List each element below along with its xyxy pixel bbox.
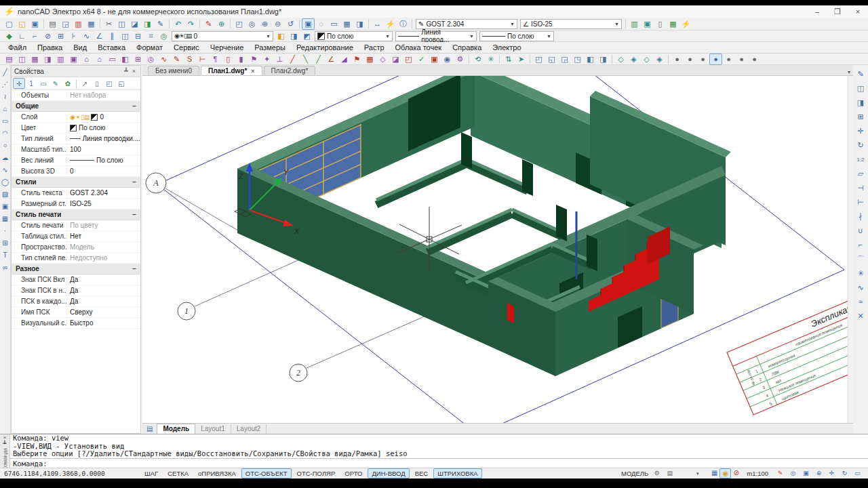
zoom-plus-icon[interactable]: ⊕ <box>812 468 825 479</box>
close-button[interactable]: × <box>848 6 868 18</box>
section-header[interactable]: Разное− <box>12 264 140 274</box>
menu-файл[interactable]: Файл <box>3 42 32 53</box>
iso-nw-icon[interactable]: ◈ <box>653 54 666 65</box>
camera-icon[interactable]: ◉ <box>441 54 454 65</box>
walk-icon[interactable]: ⇅ <box>502 54 515 65</box>
tab-close-icon[interactable]: × <box>251 68 254 75</box>
view-left-icon[interactable]: ◲ <box>558 54 571 65</box>
menu-вид[interactable]: Вид <box>68 42 92 53</box>
property-value[interactable]: Да <box>67 287 140 294</box>
view-right-icon[interactable]: ◳ <box>571 54 584 65</box>
regen-icon[interactable]: ↻ <box>838 468 851 479</box>
redo-icon[interactable]: ↷ <box>184 18 197 30</box>
scale-icon[interactable]: 1:2 <box>854 153 867 166</box>
el-table-icon[interactable]: ▦ <box>667 18 679 30</box>
doc-tab-план1dwg[interactable]: План1.dwg*× <box>201 66 262 75</box>
vs-flat-icon[interactable]: ● <box>735 54 748 65</box>
view-back-icon[interactable]: ◨ <box>597 54 610 65</box>
screen-icon[interactable]: ▭ <box>328 18 340 30</box>
panels-icon[interactable]: ▣ <box>302 18 315 30</box>
property-value[interactable]: По слою <box>67 157 140 164</box>
room-icon[interactable]: ▭ <box>106 54 119 65</box>
vs-hidden-icon[interactable]: ● <box>696 54 709 65</box>
command-close-icon[interactable]: × <box>3 434 7 441</box>
iso-ne-icon[interactable]: ◇ <box>640 54 653 65</box>
erase-icon[interactable]: ✎ <box>854 68 867 81</box>
equipment-icon[interactable]: ◎ <box>144 54 157 65</box>
spline-edit-icon[interactable]: ≈ <box>854 296 867 308</box>
status-toggle-штриховка[interactable]: ШТРИХОВКА <box>433 468 481 479</box>
ray-icon[interactable]: ⋰ <box>0 79 11 90</box>
vs-2d-icon[interactable]: ● <box>671 54 684 65</box>
copy-props-icon[interactable]: ↗ <box>79 78 91 89</box>
section-header[interactable]: Стили− <box>12 177 140 188</box>
angle-set-icon[interactable]: ∠ <box>325 54 338 65</box>
info-icon[interactable]: ⓘ <box>397 18 410 30</box>
layout-tab-layout2[interactable]: Layout2 <box>231 424 267 434</box>
polygon-icon[interactable]: ⌂ <box>0 103 11 115</box>
collapse-icon[interactable]: − <box>132 102 136 110</box>
text-icon[interactable]: T <box>0 249 11 261</box>
publish-icon[interactable]: ▦ <box>85 18 98 30</box>
view-front-icon[interactable]: ◧ <box>584 54 597 65</box>
property-value[interactable]: Недоступно <box>67 254 140 262</box>
diamond-icon[interactable]: ◇ <box>376 54 389 65</box>
menu-вставка[interactable]: Вставка <box>92 42 131 53</box>
status-toggle-отс-поляр[interactable]: ОТС-ПОЛЯР <box>293 468 340 479</box>
command-prompt-input[interactable]: Команда: <box>10 458 868 468</box>
collapse-icon[interactable]: − <box>132 265 136 272</box>
marker-icon[interactable]: ✎ <box>202 18 215 30</box>
region-icon[interactable]: ▣ <box>0 201 11 212</box>
status-toggle-опривязка[interactable]: оПРИВЯЗКА <box>194 468 240 479</box>
model-space-label[interactable]: МОДЕЛЬ <box>621 470 648 477</box>
swatch-tool-icon[interactable]: ◪ <box>389 54 402 65</box>
el-base-icon[interactable]: ▥ <box>628 18 641 30</box>
lock-layer-icon[interactable]: ◧ <box>275 30 288 42</box>
collapse-icon[interactable]: − <box>132 178 136 186</box>
image-icon[interactable]: ▦ <box>0 213 11 224</box>
floor-icon[interactable]: ⌂ <box>93 54 106 65</box>
rotate-icon[interactable]: ↻ <box>854 139 867 152</box>
open-icon[interactable]: ◱ <box>16 18 28 30</box>
pole-icon[interactable]: ⊥ <box>273 54 286 65</box>
layer-state-icons[interactable]: ◉☀▯▤ <box>70 114 90 121</box>
angle-icon[interactable]: ∠ <box>93 30 106 42</box>
db-element-icon[interactable]: ▣ <box>67 54 80 65</box>
copy-mode-icon[interactable]: ◫ <box>119 30 132 42</box>
vs-wireframe-icon[interactable]: ● <box>684 54 696 65</box>
parallel-icon[interactable]: ∥ <box>106 30 119 42</box>
vs-shaded-icon[interactable]: ● <box>709 54 722 65</box>
hatch-icon[interactable]: ▨ <box>0 188 11 200</box>
section-icon[interactable]: ¶ <box>209 54 222 65</box>
magnet-icon[interactable]: ◎ <box>157 30 170 42</box>
check-icon[interactable]: ✓ <box>415 54 428 65</box>
spline-icon[interactable]: ∿ <box>0 164 11 176</box>
status-toggle-орто[interactable]: ОРТО <box>340 468 366 479</box>
property-value[interactable]: GOST 2.304 <box>67 189 140 197</box>
layout-tab-модель[interactable]: Модель <box>157 424 195 434</box>
triangle-icon[interactable]: ◢ <box>338 54 351 65</box>
el-run-icon[interactable]: ⚡ <box>679 18 692 30</box>
preview-icon[interactable]: ◲ <box>59 18 72 30</box>
zoom-in-icon[interactable]: ⊕ <box>258 18 271 30</box>
mirror-icon[interactable]: ◨ <box>854 96 867 109</box>
line-icon[interactable]: ╱ <box>0 66 11 78</box>
dyn-input-icon[interactable]: ⊦ <box>67 30 80 42</box>
dim-style-combo[interactable]: ∠ ISO-25▼ <box>520 19 622 29</box>
project-export-icon[interactable]: ◨ <box>41 54 54 65</box>
luminaire-icon[interactable]: ✦ <box>260 54 273 65</box>
break-icon[interactable]: ∤ <box>854 210 867 223</box>
paper-icon[interactable]: ▤ <box>663 468 676 479</box>
paste-format-icon[interactable]: ◨ <box>141 18 154 30</box>
distance-icon[interactable]: ↔ <box>371 18 384 30</box>
pin-sel2-icon[interactable]: ◱ <box>115 78 127 89</box>
project-doc-icon[interactable]: ▤ <box>3 54 16 65</box>
join-icon[interactable]: ∪ <box>854 224 867 237</box>
property-value[interactable]: По слою <box>67 124 140 131</box>
property-value[interactable]: ISO-25 <box>67 200 140 207</box>
plot-icon[interactable]: ▥ <box>72 18 85 30</box>
property-value[interactable]: Линия проводки.... <box>67 135 140 142</box>
properties-icon[interactable]: ◨ <box>353 18 366 30</box>
view-bottom-icon[interactable]: ◱ <box>545 54 558 65</box>
zoom-icon[interactable]: ◎ <box>787 468 800 479</box>
